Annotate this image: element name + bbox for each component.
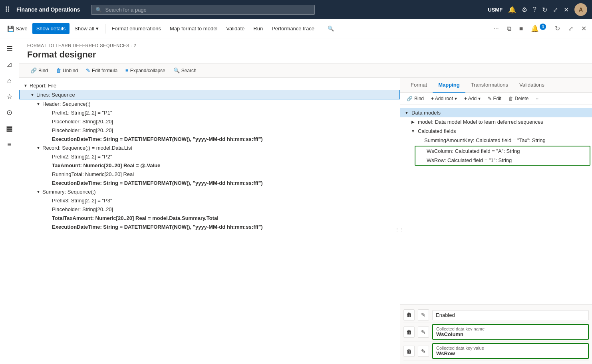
sidebar-list-icon[interactable]: ≡ bbox=[2, 137, 17, 152]
global-search-box[interactable]: 🔍 Search for a page bbox=[91, 5, 315, 15]
tree-item-placeholder2[interactable]: Placeholder: String[20..20] bbox=[19, 126, 400, 135]
tab-transformations[interactable]: Transformations bbox=[465, 78, 514, 93]
bell-icon[interactable]: 🔔 bbox=[528, 23, 541, 34]
close-icon[interactable]: ✕ bbox=[564, 6, 569, 14]
toggle-data-models[interactable]: ▼ bbox=[403, 111, 410, 115]
prop-edit-key-value[interactable]: ✎ bbox=[418, 346, 429, 357]
tree-item-record[interactable]: ▼ Record: Sequence(;) = model.Data.List bbox=[19, 143, 400, 152]
tree-item-prefix2[interactable]: Prefix2: String[2..2] = "P2" bbox=[19, 152, 400, 161]
right-edit-button[interactable]: ✎ Edit bbox=[485, 94, 505, 103]
tree-label-placeholder3: Placeholder: String[20..20] bbox=[52, 206, 113, 212]
tree-item-summary[interactable]: ▼ Summary: Sequence(;) bbox=[19, 187, 400, 196]
sidebar-calendar-icon[interactable]: ▦ bbox=[2, 121, 17, 136]
tree-toggle-header[interactable]: ▼ bbox=[35, 101, 42, 107]
user-avatar[interactable]: A bbox=[574, 3, 587, 16]
help-icon[interactable]: ? bbox=[533, 6, 536, 13]
tools-icon[interactable]: ⧉ bbox=[505, 23, 514, 35]
map-format-button[interactable]: Map format to model bbox=[166, 23, 221, 34]
panel-divider[interactable]: ⋮⋮ bbox=[398, 96, 400, 364]
sidebar-favorites-icon[interactable]: ☆ bbox=[2, 89, 17, 104]
tree-item-runningtotal[interactable]: RunningTotal: Numeric[20..20] Real bbox=[19, 170, 400, 178]
add-button[interactable]: + Add ▾ bbox=[461, 94, 484, 103]
prop-edit-enabled[interactable]: ✎ bbox=[418, 309, 429, 320]
prop-delete-enabled[interactable]: 🗑 bbox=[403, 309, 415, 320]
properties-section: 🗑 ✎ Enabled 🗑 ✎ Collected data key name … bbox=[400, 304, 592, 364]
save-button[interactable]: 💾 Save bbox=[3, 23, 32, 34]
tree-toggle-report[interactable]: ▼ bbox=[22, 82, 29, 89]
refresh-icon[interactable]: ↻ bbox=[542, 6, 547, 14]
designer-toolbar: 🔗 Bind 🗑 Unbind ✎ Edit formula ≡ Expand/… bbox=[19, 63, 592, 78]
app-grid-icon[interactable]: ⠿ bbox=[5, 5, 10, 14]
prop-content-key-value: Collected data key value WsRow bbox=[432, 343, 589, 359]
refresh-btn[interactable]: ↻ bbox=[552, 22, 562, 35]
right-more-button[interactable]: ··· bbox=[532, 94, 543, 103]
run-button[interactable]: Run bbox=[249, 23, 267, 34]
right-delete-button[interactable]: 🗑 Delete bbox=[505, 94, 532, 103]
toggle-calc-fields[interactable]: ▼ bbox=[410, 129, 416, 133]
model-tree-calc-fields[interactable]: ▼ Calculated fields bbox=[400, 127, 592, 136]
prop-row-key-name: 🗑 ✎ Collected data key name WsColumn bbox=[403, 322, 589, 342]
right-bind-button[interactable]: 🔗 Bind bbox=[403, 94, 427, 103]
prop-delete-key-name[interactable]: 🗑 bbox=[403, 326, 415, 338]
model-tree-ws-column[interactable]: WsColumn: Calculated field = "A": String bbox=[415, 146, 590, 156]
tree-item-header[interactable]: ▼ Header: Sequence(;) bbox=[19, 99, 400, 108]
tab-format[interactable]: Format bbox=[405, 78, 433, 93]
tree-spacer-totaltax bbox=[45, 215, 51, 221]
tree-label-runningtotal: RunningTotal: Numeric[20..20] Real bbox=[52, 171, 134, 177]
more-options-icon[interactable]: ··· bbox=[491, 23, 501, 35]
settings-icon[interactable]: ⚙ bbox=[522, 6, 527, 14]
green-border-container: WsColumn: Calculated field = "A": String… bbox=[415, 146, 590, 166]
tree-toggle-summary[interactable]: ▼ bbox=[35, 188, 42, 195]
model-tree-ws-row[interactable]: WsRow: Calculated field = "1": String bbox=[415, 156, 590, 165]
tree-item-placeholder3[interactable]: Placeholder: String[20..20] bbox=[19, 205, 400, 214]
notification-icon[interactable]: 🔔 bbox=[508, 6, 516, 14]
model-tree-model[interactable]: ▶ model: Data model Model to learn defer… bbox=[400, 117, 592, 127]
tree-toggle-record[interactable]: ▼ bbox=[35, 144, 42, 151]
expand-collapse-button[interactable]: ≡ Expand/collapse bbox=[122, 66, 169, 75]
tree-spacer-placeholder2 bbox=[45, 127, 51, 133]
performance-trace-button[interactable]: Performance trace bbox=[268, 23, 318, 34]
unbind-button[interactable]: 🗑 Unbind bbox=[53, 66, 81, 75]
tree-item-prefix1[interactable]: Prefix1: String[2..2] = "P1" bbox=[19, 108, 400, 117]
tree-item-execdt2[interactable]: ExecutionDateTime: String = DATETIMEFORM… bbox=[19, 178, 400, 187]
prop-delete-key-value[interactable]: 🗑 bbox=[403, 346, 415, 357]
bind-button[interactable]: 🔗 Bind bbox=[27, 66, 51, 75]
toggle-model[interactable]: ▶ bbox=[410, 120, 416, 124]
prop-value-key-value: WsRow bbox=[436, 350, 585, 356]
tree-spacer-prefix1 bbox=[45, 109, 51, 116]
validate-button[interactable]: Validate bbox=[222, 23, 248, 34]
main-toolbar: 💾 Save Show details Show all ▾ Format en… bbox=[0, 19, 592, 38]
add-root-button[interactable]: + Add root ▾ bbox=[428, 94, 460, 103]
expand-icon[interactable]: ⤢ bbox=[553, 6, 558, 14]
tree-item-taxamount[interactable]: TaxAmount: Numeric[20..20] Real = @.Valu… bbox=[19, 161, 400, 170]
ms-plugin-icon[interactable]: ■ bbox=[517, 23, 526, 35]
model-tree-data-models[interactable]: ▼ Data models bbox=[400, 108, 592, 117]
format-enumerations-button[interactable]: Format enumerations bbox=[108, 23, 165, 34]
tree-item-placeholder1[interactable]: Placeholder: String[20..20] bbox=[19, 117, 400, 126]
tree-toggle-lines[interactable]: ▼ bbox=[29, 91, 36, 98]
show-details-button[interactable]: Show details bbox=[32, 23, 70, 34]
sidebar-home-icon[interactable]: ⌂ bbox=[2, 73, 17, 88]
tree-item-lines[interactable]: ▼ Lines: Sequence bbox=[19, 90, 400, 99]
open-new-window-icon[interactable]: ⤢ bbox=[566, 22, 576, 35]
sidebar-collapse-button[interactable]: ☰ bbox=[2, 42, 17, 56]
prop-edit-key-name[interactable]: ✎ bbox=[418, 326, 429, 338]
tab-mapping[interactable]: Mapping bbox=[433, 78, 465, 93]
tree-item-report[interactable]: ▼ Report: File bbox=[19, 81, 400, 90]
sidebar-filter-icon[interactable]: ⊿ bbox=[2, 57, 17, 72]
tree-item-prefix3[interactable]: Prefix3: String[2..2] = "P3" bbox=[19, 196, 400, 205]
search-designer-button[interactable]: 🔍 Search bbox=[170, 66, 200, 75]
spacer-ws-column bbox=[419, 149, 425, 153]
notification-badge: 0 bbox=[540, 24, 546, 30]
sidebar-recent-icon[interactable]: ⊙ bbox=[2, 105, 17, 120]
tree-item-totaltax[interactable]: TotalTaxAmount: Numeric[20..20] Real = m… bbox=[19, 214, 400, 222]
search-toolbar-button[interactable]: 🔍 bbox=[324, 23, 338, 34]
show-all-button[interactable]: Show all ▾ bbox=[70, 23, 102, 34]
model-tree-summing-key[interactable]: SummingAmountKey: Calculated field = "Ta… bbox=[400, 136, 592, 145]
tree-item-execdt1[interactable]: ExecutionDateTime: String = DATETIMEFORM… bbox=[19, 135, 400, 143]
tree-item-execdt3[interactable]: ExecutionDateTime: String = DATETIMEFORM… bbox=[19, 222, 400, 231]
sidebar-navigation: ☰ ⊿ ⌂ ☆ ⊙ ▦ ≡ bbox=[0, 38, 19, 364]
edit-formula-button[interactable]: ✎ Edit formula bbox=[83, 66, 121, 75]
close-form-icon[interactable]: ✕ bbox=[579, 22, 589, 35]
tab-validations[interactable]: Validations bbox=[514, 78, 550, 93]
